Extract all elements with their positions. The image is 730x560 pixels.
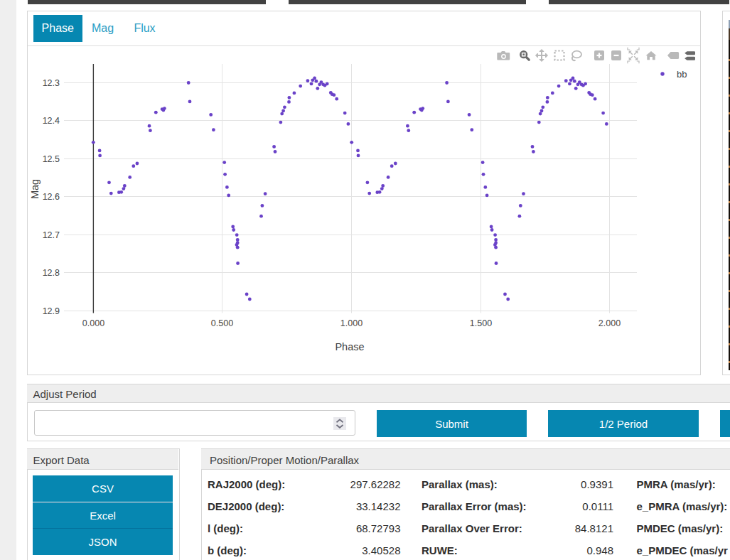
svg-text:Mag: Mag xyxy=(29,179,41,199)
svg-text:1.000: 1.000 xyxy=(340,318,363,328)
svg-text:12.4: 12.4 xyxy=(43,116,60,126)
svg-text:12.3: 12.3 xyxy=(43,78,60,88)
svg-text:12.9: 12.9 xyxy=(43,306,60,316)
svg-text:0.000: 0.000 xyxy=(82,318,104,328)
svg-text:12.8: 12.8 xyxy=(43,268,60,278)
svg-text:12.5: 12.5 xyxy=(43,154,60,164)
svg-text:12.7: 12.7 xyxy=(43,230,60,240)
svg-text:Phase: Phase xyxy=(335,341,364,352)
svg-text:0.500: 0.500 xyxy=(211,318,233,328)
svg-text:bb: bb xyxy=(677,69,687,80)
svg-text:12.6: 12.6 xyxy=(43,192,60,202)
svg-text:1.500: 1.500 xyxy=(470,318,492,328)
svg-text:2.000: 2.000 xyxy=(599,318,621,328)
